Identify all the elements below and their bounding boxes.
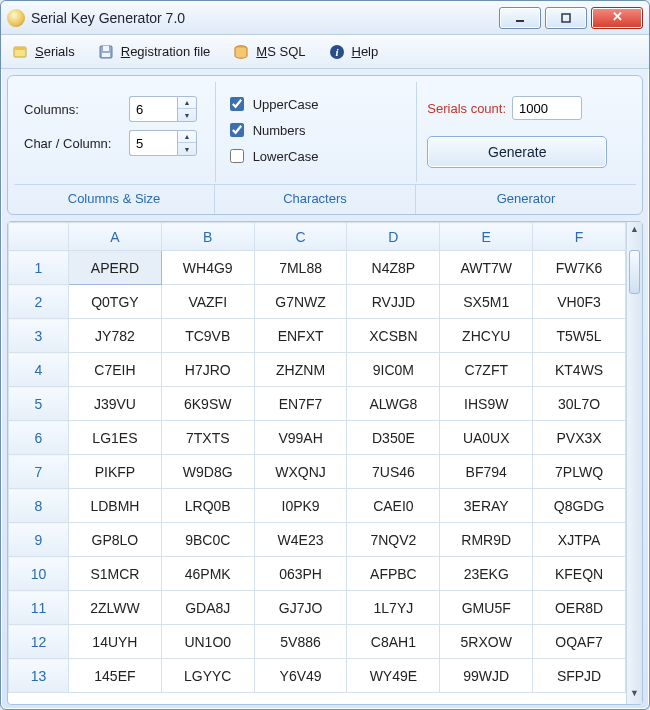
serial-cell[interactable]: XJTPA — [533, 523, 626, 557]
serial-cell[interactable]: W4E23 — [254, 523, 347, 557]
serial-cell[interactable]: 145EF — [69, 659, 162, 693]
column-header[interactable]: C — [254, 223, 347, 251]
minimize-button[interactable] — [499, 7, 541, 29]
columns-spin-up[interactable]: ▲ — [178, 97, 196, 109]
serial-cell[interactable]: ENFXT — [254, 319, 347, 353]
column-header[interactable]: F — [533, 223, 626, 251]
serial-cell[interactable]: GP8LO — [69, 523, 162, 557]
serial-cell[interactable]: W9D8G — [161, 455, 254, 489]
serial-cell[interactable]: KT4WS — [533, 353, 626, 387]
column-header[interactable]: A — [69, 223, 162, 251]
row-header[interactable]: 10 — [9, 557, 69, 591]
serial-cell[interactable]: ZHZNM — [254, 353, 347, 387]
menu-mssql[interactable]: MS SQL — [232, 43, 305, 61]
checkbox-lowercase[interactable]: LowerCase — [226, 146, 407, 166]
scroll-thumb[interactable] — [629, 250, 640, 294]
serial-cell[interactable]: WH4G9 — [161, 251, 254, 285]
menu-registration-file[interactable]: Registration file — [97, 43, 211, 61]
serial-cell[interactable]: BF794 — [440, 455, 533, 489]
serial-cell[interactable]: PVX3X — [533, 421, 626, 455]
row-header[interactable]: 8 — [9, 489, 69, 523]
row-header[interactable]: 13 — [9, 659, 69, 693]
serial-cell[interactable]: S1MCR — [69, 557, 162, 591]
serial-cell[interactable]: GJ7JO — [254, 591, 347, 625]
maximize-button[interactable] — [545, 7, 587, 29]
checkbox-numbers-input[interactable] — [230, 123, 244, 137]
serial-cell[interactable]: OQAF7 — [533, 625, 626, 659]
serial-cell[interactable]: TC9VB — [161, 319, 254, 353]
serial-cell[interactable]: APERD — [69, 251, 162, 285]
columns-input[interactable] — [129, 96, 177, 122]
serial-cell[interactable]: 99WJD — [440, 659, 533, 693]
row-header[interactable]: 5 — [9, 387, 69, 421]
serial-cell[interactable]: WXQNJ — [254, 455, 347, 489]
serial-cell[interactable]: 14UYH — [69, 625, 162, 659]
serial-cell[interactable]: 3ERAY — [440, 489, 533, 523]
serial-cell[interactable]: FW7K6 — [533, 251, 626, 285]
serial-cell[interactable]: KFEQN — [533, 557, 626, 591]
checkbox-numbers[interactable]: Numbers — [226, 120, 407, 140]
serial-cell[interactable]: Q0TGY — [69, 285, 162, 319]
serial-cell[interactable]: 7PLWQ — [533, 455, 626, 489]
serial-cell[interactable]: UN1O0 — [161, 625, 254, 659]
checkbox-lowercase-input[interactable] — [230, 149, 244, 163]
serial-cell[interactable]: PIKFP — [69, 455, 162, 489]
serial-cell[interactable]: Q8GDG — [533, 489, 626, 523]
menu-serials[interactable]: Serials — [11, 43, 75, 61]
row-header[interactable]: 6 — [9, 421, 69, 455]
serial-cell[interactable]: RVJJD — [347, 285, 440, 319]
row-header[interactable]: 1 — [9, 251, 69, 285]
serial-cell[interactable]: I0PK9 — [254, 489, 347, 523]
charcol-input[interactable] — [129, 130, 177, 156]
serial-cell[interactable]: N4Z8P — [347, 251, 440, 285]
serial-cell[interactable]: 9BC0C — [161, 523, 254, 557]
serial-cell[interactable]: 30L7O — [533, 387, 626, 421]
row-header[interactable]: 7 — [9, 455, 69, 489]
scroll-down-icon[interactable]: ▼ — [627, 688, 642, 702]
serial-cell[interactable]: WY49E — [347, 659, 440, 693]
serial-cell[interactable]: LGYYC — [161, 659, 254, 693]
checkbox-uppercase-input[interactable] — [230, 97, 244, 111]
serial-cell[interactable]: 6K9SW — [161, 387, 254, 421]
serial-cell[interactable]: IHS9W — [440, 387, 533, 421]
serials-count-input[interactable] — [512, 96, 582, 120]
row-header[interactable]: 11 — [9, 591, 69, 625]
serial-cell[interactable]: V99AH — [254, 421, 347, 455]
serial-cell[interactable]: D350E — [347, 421, 440, 455]
serial-cell[interactable]: OER8D — [533, 591, 626, 625]
serial-cell[interactable]: VH0F3 — [533, 285, 626, 319]
column-header[interactable]: E — [440, 223, 533, 251]
serial-cell[interactable]: 7TXTS — [161, 421, 254, 455]
serial-cell[interactable]: C8AH1 — [347, 625, 440, 659]
row-header[interactable]: 9 — [9, 523, 69, 557]
serial-cell[interactable]: VAZFI — [161, 285, 254, 319]
serial-cell[interactable]: 9IC0M — [347, 353, 440, 387]
serial-cell[interactable]: LG1ES — [69, 421, 162, 455]
menu-help[interactable]: i Help — [328, 43, 379, 61]
scroll-up-icon[interactable]: ▲ — [627, 224, 642, 238]
row-header[interactable]: 4 — [9, 353, 69, 387]
serial-cell[interactable]: T5W5L — [533, 319, 626, 353]
serial-cell[interactable]: 23EKG — [440, 557, 533, 591]
serial-cell[interactable]: 7ML88 — [254, 251, 347, 285]
checkbox-uppercase[interactable]: UpperCase — [226, 94, 407, 114]
row-header[interactable]: 2 — [9, 285, 69, 319]
serial-cell[interactable]: GMU5F — [440, 591, 533, 625]
serial-cell[interactable]: J39VU — [69, 387, 162, 421]
close-button[interactable]: ✕ — [591, 7, 643, 29]
row-header[interactable]: 12 — [9, 625, 69, 659]
serial-cell[interactable]: 5V886 — [254, 625, 347, 659]
serial-cell[interactable]: AWT7W — [440, 251, 533, 285]
row-header[interactable]: 3 — [9, 319, 69, 353]
serial-cell[interactable]: GDA8J — [161, 591, 254, 625]
serial-cell[interactable]: Y6V49 — [254, 659, 347, 693]
serial-cell[interactable]: LRQ0B — [161, 489, 254, 523]
serial-cell[interactable]: XCSBN — [347, 319, 440, 353]
columns-spin-down[interactable]: ▼ — [178, 109, 196, 121]
charcol-spin-up[interactable]: ▲ — [178, 131, 196, 143]
vertical-scrollbar[interactable]: ▲ ▼ — [626, 222, 642, 704]
serial-cell[interactable]: 2ZLWW — [69, 591, 162, 625]
serial-cell[interactable]: 7NQV2 — [347, 523, 440, 557]
serial-cell[interactable]: 5RXOW — [440, 625, 533, 659]
serial-cell[interactable]: CAEI0 — [347, 489, 440, 523]
